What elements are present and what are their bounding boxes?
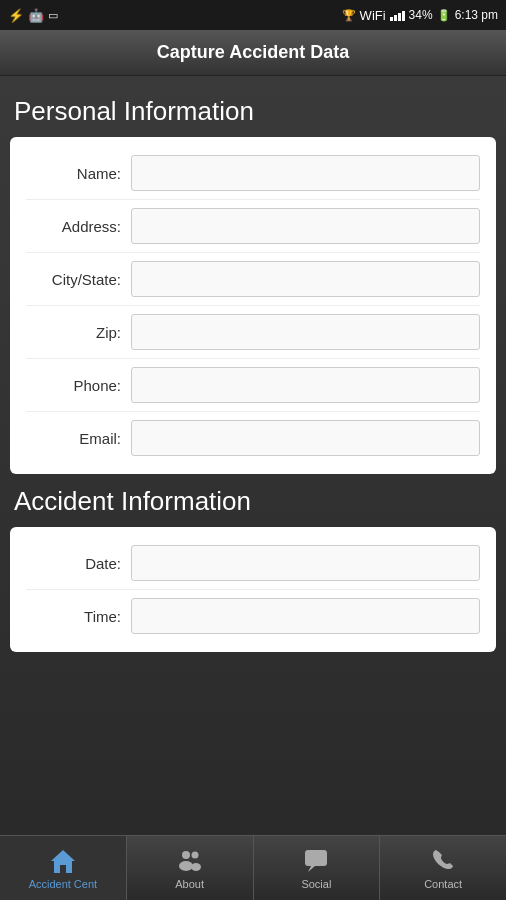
svg-marker-0 <box>51 850 75 873</box>
svg-point-4 <box>191 863 201 871</box>
phone-input[interactable] <box>131 367 480 403</box>
screen-icon: ▭ <box>48 9 58 22</box>
status-left-icons: ⚡ 🤖 ▭ <box>8 8 58 23</box>
time-row: Time: <box>26 590 480 642</box>
phone-label: Phone: <box>26 377 131 394</box>
nav-accident-center[interactable]: Accident Cent <box>0 836 127 900</box>
citystate-input[interactable] <box>131 261 480 297</box>
android-icon: 🤖 <box>28 8 44 23</box>
nav-social[interactable]: Social <box>254 836 381 900</box>
personal-form-card: Name: Address: City/State: Zip: Phone: E <box>10 137 496 474</box>
app-header: Capture Accident Data <box>0 30 506 76</box>
home-icon <box>49 847 77 875</box>
time-input[interactable] <box>131 598 480 634</box>
email-label: Email: <box>26 430 131 447</box>
date-label: Date: <box>26 555 131 572</box>
phone-icon <box>430 847 456 875</box>
phone-row: Phone: <box>26 359 480 412</box>
accident-section-title: Accident Information <box>14 486 496 517</box>
chat-icon <box>303 847 329 875</box>
battery-icon: 🔋 <box>437 9 451 22</box>
nav-about-label: About <box>175 878 204 890</box>
accident-section: Accident Information Date: Time: <box>10 486 496 652</box>
signal-bars <box>390 9 405 21</box>
personal-section-title: Personal Information <box>14 96 496 127</box>
nav-contact[interactable]: Contact <box>380 836 506 900</box>
svg-point-3 <box>179 861 193 871</box>
time-label: Time: <box>26 608 131 625</box>
citystate-row: City/State: <box>26 253 480 306</box>
scroll-content: Personal Information Name: Address: City… <box>0 76 506 831</box>
wifi-icon: WiFi <box>360 8 386 23</box>
zip-input[interactable] <box>131 314 480 350</box>
nav-about[interactable]: About <box>127 836 254 900</box>
status-right-icons: 🏆 WiFi 34% 🔋 6:13 pm <box>342 8 498 23</box>
date-input[interactable] <box>131 545 480 581</box>
nav-accident-center-label: Accident Cent <box>29 878 97 890</box>
svg-point-1 <box>182 851 190 859</box>
personal-section: Personal Information Name: Address: City… <box>10 96 496 474</box>
nav-contact-label: Contact <box>424 878 462 890</box>
people-icon <box>177 847 203 875</box>
date-row: Date: <box>26 537 480 590</box>
svg-rect-5 <box>305 850 327 866</box>
zip-label: Zip: <box>26 324 131 341</box>
email-input[interactable] <box>131 420 480 456</box>
svg-marker-6 <box>308 866 315 872</box>
email-row: Email: <box>26 412 480 464</box>
svg-point-2 <box>191 851 198 858</box>
name-row: Name: <box>26 147 480 200</box>
usb-icon: ⚡ <box>8 8 24 23</box>
bottom-nav: Accident Cent About Social <box>0 835 506 900</box>
accident-form-card: Date: Time: <box>10 527 496 652</box>
nav-social-label: Social <box>301 878 331 890</box>
citystate-label: City/State: <box>26 271 131 288</box>
trophy-icon: 🏆 <box>342 9 356 22</box>
app-title: Capture Accident Data <box>157 42 349 62</box>
time-display: 6:13 pm <box>455 8 498 22</box>
battery-text: 34% <box>409 8 433 22</box>
address-label: Address: <box>26 218 131 235</box>
name-label: Name: <box>26 165 131 182</box>
name-input[interactable] <box>131 155 480 191</box>
address-input[interactable] <box>131 208 480 244</box>
address-row: Address: <box>26 200 480 253</box>
zip-row: Zip: <box>26 306 480 359</box>
status-bar: ⚡ 🤖 ▭ 🏆 WiFi 34% 🔋 6:13 pm <box>0 0 506 30</box>
